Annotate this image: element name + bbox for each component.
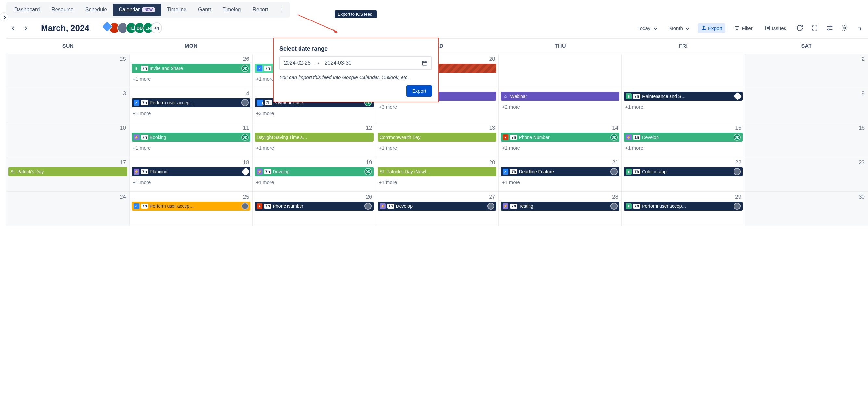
calendar-event[interactable]: 7hPhone NumberDD — [501, 133, 619, 142]
calendar-day[interactable] — [622, 54, 745, 88]
calendar-event[interactable]: 7hBookingDD — [131, 133, 250, 142]
more-tabs-button[interactable]: ⋮ — [274, 3, 288, 17]
today-button[interactable]: Today — [634, 23, 660, 33]
tab-timelog[interactable]: Timelog — [217, 4, 247, 16]
tab-schedule[interactable]: Schedule — [80, 4, 113, 16]
calendar-day[interactable]: 30 — [745, 192, 868, 226]
bug-icon — [502, 134, 508, 140]
calendar-event[interactable]: 7hPlanning — [131, 167, 250, 176]
export-button[interactable]: Export — [698, 23, 725, 33]
issues-button[interactable]: Issues — [762, 23, 789, 33]
calendar-event[interactable]: 7hColor in app — [624, 167, 743, 176]
calendar-event[interactable]: Commonwealth Day — [378, 133, 497, 142]
more-events-link[interactable]: +1 more — [624, 145, 743, 150]
calendar-day[interactable]: 10 — [6, 123, 130, 157]
calendar-event[interactable]: 7hTesting — [501, 202, 619, 211]
calendar-day[interactable]: 47hPerform user accep…+1 more — [130, 88, 253, 122]
tab-calendar[interactable]: CalendarNEW — [113, 4, 161, 16]
tab-gantt[interactable]: Gantt — [192, 4, 217, 16]
calendar-event[interactable]: Daylight Saving Time s… — [255, 133, 374, 142]
chevron-left-icon — [12, 25, 15, 31]
epic-icon — [502, 203, 508, 209]
more-events-link[interactable]: +1 more — [131, 179, 250, 185]
sliders-button[interactable] — [825, 23, 834, 32]
issues-label: Issues — [772, 25, 786, 31]
calendar-event[interactable]: 1hDevelop — [378, 202, 497, 211]
prev-month-button[interactable] — [8, 22, 20, 34]
calendar-day[interactable]: 23 — [745, 158, 868, 192]
calendar-day[interactable]: Webinar+2 more — [499, 88, 622, 122]
calendar-day[interactable]: 287hTesting — [499, 192, 622, 226]
day-number: 12 — [255, 125, 374, 131]
calendar-event[interactable]: 7hDevelopDD — [255, 167, 374, 176]
calendar-day[interactable]: 13Commonwealth Day+1 more — [376, 123, 499, 157]
calendar-day[interactable]: 227hColor in app — [622, 158, 745, 192]
calendar-day[interactable]: 20St. Patrick's Day (Newf…+1 more — [376, 158, 499, 192]
assignee-avatars[interactable]: TL DD LN +4 — [105, 23, 162, 33]
more-events-link[interactable]: +1 more — [255, 145, 374, 150]
tab-timeline[interactable]: Timeline — [161, 4, 192, 16]
calendar-event[interactable]: 7hPerform user accep… — [131, 98, 250, 107]
calendar-event[interactable]: 7hInvite and ShareDD — [131, 64, 250, 73]
date-range-input[interactable]: 2024-02-25 → 2024-03-30 — [279, 56, 432, 70]
calendar-day[interactable]: 12Daylight Saving Time s…+1 more — [253, 123, 376, 157]
event-title: Daylight Saving Time s… — [257, 135, 372, 140]
more-events-link[interactable]: +1 more — [378, 145, 497, 150]
more-events-link[interactable]: +1 more — [131, 145, 250, 150]
calendar-event[interactable]: 7hPerform user accep… — [131, 202, 250, 211]
calendar-day[interactable]: 257hPerform user accep… — [130, 192, 253, 226]
calendar-day[interactable]: 17St. Patrick's Day — [6, 158, 130, 192]
calendar-event[interactable]: 7hMaintenance and S… — [624, 92, 743, 101]
calendar-event[interactable]: 7hPerform user accep… — [624, 202, 743, 211]
calendar-day[interactable]: 7hMaintenance and S…+1 more — [622, 88, 745, 122]
calendar-day[interactable]: 217hDeadline Feature+1 more — [499, 158, 622, 192]
calendar-event[interactable]: 7hPhone Number — [255, 202, 374, 211]
calendar-day[interactable]: 25 — [6, 54, 130, 88]
calendar-day[interactable]: 117hBookingDD+1 more — [130, 123, 253, 157]
calendar-event[interactable]: Webinar — [501, 92, 619, 101]
calendar-day[interactable] — [499, 54, 622, 88]
more-events-link[interactable]: +1 more — [378, 179, 497, 185]
fullscreen-button[interactable] — [810, 23, 819, 32]
calendar-day[interactable]: 2 — [745, 54, 868, 88]
more-events-link[interactable]: +1 more — [131, 111, 250, 116]
calendar-event[interactable]: St. Patrick's Day — [8, 167, 127, 176]
calendar-day[interactable]: 197hDevelopDD+1 more — [253, 158, 376, 192]
popup-export-button[interactable]: Export — [406, 85, 432, 96]
next-month-button[interactable] — [20, 22, 31, 34]
refresh-button[interactable] — [795, 23, 804, 32]
calendar-event[interactable]: 1hDevelopDD — [624, 133, 743, 142]
avatar-more[interactable]: +4 — [151, 23, 162, 33]
calendar-day[interactable]: 3 — [6, 88, 130, 122]
more-events-link[interactable]: +1 more — [255, 179, 374, 185]
tab-resource[interactable]: Resource — [45, 4, 79, 16]
more-events-link[interactable]: +1 more — [501, 145, 619, 150]
calendar-day[interactable]: 9 — [745, 88, 868, 122]
settings-button[interactable] — [840, 23, 849, 32]
calendar-day[interactable]: 24 — [6, 192, 130, 226]
calendar-day[interactable]: 151hDevelopDD+1 more — [622, 123, 745, 157]
calendar-event[interactable]: St. Patrick's Day (Newf… — [378, 167, 497, 176]
tab-report[interactable]: Report — [247, 4, 274, 16]
day-number: 26 — [131, 56, 250, 62]
calendar-day[interactable]: 187hPlanning+1 more — [130, 158, 253, 192]
calendar-icon — [422, 60, 428, 66]
calendar-day[interactable]: 267hInvite and ShareDD+1 more — [130, 54, 253, 88]
more-events-link[interactable]: +1 more — [501, 179, 619, 185]
calendar-day[interactable]: 16 — [745, 123, 868, 157]
calendar-event[interactable]: 7hDeadline Feature — [501, 167, 619, 176]
more-events-link[interactable]: +2 more — [501, 104, 619, 110]
calendar-day[interactable]: 267hPhone Number — [253, 192, 376, 226]
calendar-day[interactable]: 297hPerform user accep… — [622, 192, 745, 226]
calendar-day[interactable]: 271hDevelop — [376, 192, 499, 226]
view-selector[interactable]: Month — [666, 23, 692, 33]
more-events-link[interactable]: +3 more — [255, 111, 374, 116]
tab-dashboard[interactable]: Dashboard — [8, 4, 45, 16]
more-events-link[interactable]: +1 more — [131, 76, 250, 82]
calendar-day[interactable]: 147hPhone NumberDD+1 more — [499, 123, 622, 157]
more-events-link[interactable]: +1 more — [624, 104, 743, 110]
more-events-link[interactable]: +3 more — [378, 104, 497, 110]
event-title: Commonwealth Day — [380, 135, 495, 140]
filter-button[interactable]: Filter — [731, 23, 755, 33]
collapse-button[interactable] — [855, 23, 864, 32]
